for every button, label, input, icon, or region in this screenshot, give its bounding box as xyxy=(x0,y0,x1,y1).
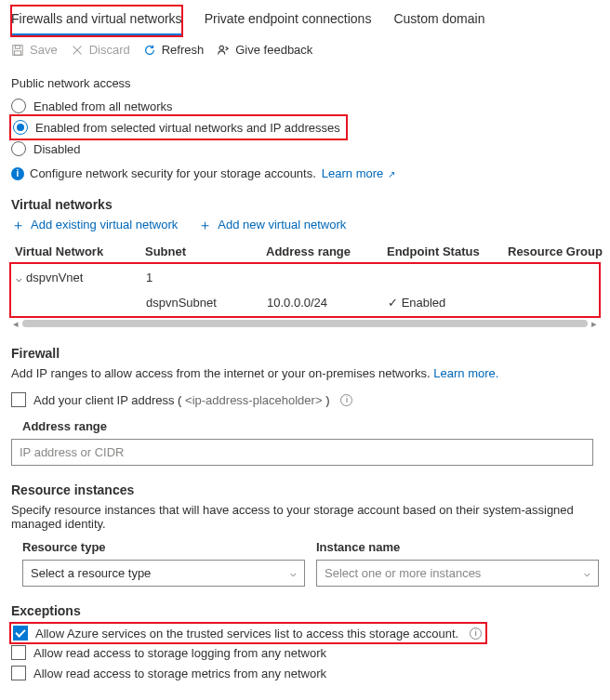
refresh-icon xyxy=(143,44,156,57)
discard-label: Discard xyxy=(89,43,130,57)
svg-point-5 xyxy=(219,46,223,49)
resource-type-dropdown[interactable]: Select a resource type ⌵ xyxy=(22,560,305,587)
vnet-name: dspvnVnet xyxy=(26,271,83,284)
plus-icon: ＋ xyxy=(11,218,25,231)
svg-rect-1 xyxy=(15,45,20,48)
radio-icon xyxy=(11,99,26,113)
add-client-ip-checkbox-row[interactable]: Add your client IP address ( <ip-address… xyxy=(11,390,599,410)
table-row[interactable]: dspvnSubnet 10.0.0.0/24 Enabled xyxy=(12,290,598,315)
radio-selected-label: Enabled from selected virtual networks a… xyxy=(35,121,340,135)
vnet-add-row: ＋Add existing virtual network ＋Add new v… xyxy=(11,218,599,231)
add-client-prefix: Add your client IP address ( xyxy=(33,393,185,407)
exception-metrics-label: Allow read access to storage metrics fro… xyxy=(33,667,326,680)
close-icon xyxy=(71,44,84,57)
learn-more-label: Learn more xyxy=(322,166,383,180)
exception-logging-row[interactable]: Allow read access to storage logging fro… xyxy=(11,642,599,663)
vnet-name-cell: ⌵dspvnVnet xyxy=(16,271,146,284)
scroll-track xyxy=(22,320,588,327)
plus-icon: ＋ xyxy=(198,218,212,231)
resources-heading: Resource instances xyxy=(11,482,599,497)
radio-icon xyxy=(11,141,26,156)
info-icon: i xyxy=(11,167,24,180)
col-network: Virtual Network xyxy=(15,244,145,258)
firewall-heading: Firewall xyxy=(11,346,599,361)
radio-selected-networks[interactable]: Enabled from selected virtual networks a… xyxy=(11,116,346,139)
add-new-vnet-button[interactable]: ＋Add new virtual network xyxy=(198,218,346,231)
radio-disabled-label: Disabled xyxy=(33,142,81,156)
client-ip-value: <ip-address-placeholder> xyxy=(185,393,322,407)
save-button[interactable]: Save xyxy=(11,43,58,57)
resources-row: Resource type Select a resource type ⌵ I… xyxy=(11,540,599,587)
col-address: Address range xyxy=(266,244,387,258)
address-cell: 10.0.0.0/24 xyxy=(267,296,388,310)
feedback-button[interactable]: Give feedback xyxy=(217,43,312,57)
col-endpoint: Endpoint Status xyxy=(387,244,508,258)
firewall-desc: Add IP ranges to allow access from the i… xyxy=(11,366,599,380)
add-existing-vnet-button[interactable]: ＋Add existing virtual network xyxy=(11,218,178,231)
vnet-row-group: ⌵dspvnVnet 1 dspvnSubnet 10.0.0.0/24 Ena… xyxy=(11,264,599,316)
resource-type-value: Select a resource type xyxy=(31,566,151,580)
checkbox-icon xyxy=(11,645,26,660)
info-row: i Configure network security for your st… xyxy=(11,166,599,180)
checkbox-icon xyxy=(11,666,26,680)
vnet-table-header: Virtual Network Subnet Address range End… xyxy=(11,239,599,264)
refresh-label: Refresh xyxy=(162,43,205,57)
vnet-table: Virtual Network Subnet Address range End… xyxy=(11,239,599,316)
info-circle-icon[interactable]: i xyxy=(470,627,482,640)
checkbox-icon xyxy=(11,392,26,407)
refresh-button[interactable]: Refresh xyxy=(143,43,205,57)
checkbox-icon xyxy=(13,626,28,641)
learn-more-link[interactable]: Learn more ↗ xyxy=(322,166,395,180)
scroll-left-icon: ◂ xyxy=(11,318,20,329)
info-text: Configure network security for your stor… xyxy=(30,166,316,180)
info-circle-icon[interactable]: i xyxy=(340,394,352,406)
tab-private-endpoints[interactable]: Private endpoint connections xyxy=(205,6,372,36)
feedback-icon xyxy=(217,44,230,57)
col-subnet: Subnet xyxy=(145,244,266,258)
horizontal-scrollbar[interactable]: ◂ ▸ xyxy=(11,318,599,329)
add-client-suffix: ) xyxy=(323,393,330,407)
exceptions-heading: Exceptions xyxy=(11,603,599,618)
endpoint-cell: Enabled xyxy=(388,296,509,310)
toolbar: Save Discard Refresh Give feedback xyxy=(0,37,610,63)
resource-type-label: Resource type xyxy=(22,540,305,554)
save-label: Save xyxy=(30,43,58,57)
exception-logging-label: Allow read access to storage logging fro… xyxy=(33,646,326,660)
table-row[interactable]: ⌵dspvnVnet 1 xyxy=(12,265,598,290)
subnet-cell: dspvnSubnet xyxy=(146,296,267,310)
firewall-desc-text: Add IP ranges to allow access from the i… xyxy=(11,366,431,380)
tabs-bar: Firewalls and virtual networks Private e… xyxy=(0,0,610,37)
resources-desc: Specify resource instances that will hav… xyxy=(11,503,599,531)
address-range-input[interactable] xyxy=(11,439,593,466)
public-access-heading: Public network access xyxy=(11,76,599,90)
discard-button[interactable]: Discard xyxy=(71,43,130,57)
tab-custom-domain[interactable]: Custom domain xyxy=(393,6,484,36)
exception-metrics-row[interactable]: Allow read access to storage metrics fro… xyxy=(11,663,599,683)
chevron-down-icon: ⌵ xyxy=(584,567,590,579)
tab-firewalls[interactable]: Firewalls and virtual networks xyxy=(11,6,182,36)
instance-name-value: Select one or more instances xyxy=(325,566,481,580)
radio-all-label: Enabled from all networks xyxy=(33,99,173,113)
instance-name-label: Instance name xyxy=(316,540,599,554)
subnet-count-cell: 1 xyxy=(146,271,267,284)
radio-disabled[interactable]: Disabled xyxy=(11,139,599,159)
feedback-label: Give feedback xyxy=(235,43,312,57)
chevron-down-icon: ⌵ xyxy=(290,567,297,579)
address-range-label: Address range xyxy=(22,419,599,433)
exception-trusted-row[interactable]: Allow Azure services on the trusted serv… xyxy=(11,624,485,642)
firewall-learn-more-link[interactable]: Learn more. xyxy=(433,366,498,380)
radio-icon xyxy=(13,120,28,135)
external-icon: ↗ xyxy=(385,169,395,179)
instance-name-dropdown[interactable]: Select one or more instances ⌵ xyxy=(316,560,599,587)
add-existing-label: Add existing virtual network xyxy=(31,218,178,231)
svg-rect-2 xyxy=(15,50,21,54)
radio-all-networks[interactable]: Enabled from all networks xyxy=(11,96,599,116)
col-rg: Resource Group xyxy=(508,244,610,258)
vnet-heading: Virtual networks xyxy=(11,197,599,212)
save-icon xyxy=(11,44,24,57)
scroll-right-icon: ▸ xyxy=(590,318,599,329)
chevron-down-icon: ⌵ xyxy=(16,272,22,284)
exception-trusted-label: Allow Azure services on the trusted serv… xyxy=(35,627,458,641)
add-client-ip-label: Add your client IP address ( <ip-address… xyxy=(33,393,329,407)
add-new-label: Add new virtual network xyxy=(218,218,346,231)
